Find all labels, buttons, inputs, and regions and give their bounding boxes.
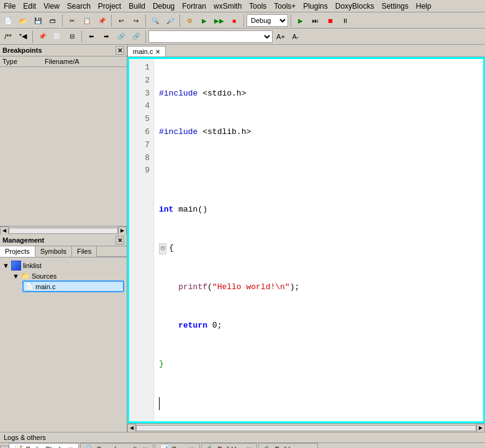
comment2-button[interactable]: *◀: [16, 30, 30, 43]
menu-project[interactable]: Project: [94, 1, 125, 11]
menu-fortran[interactable]: Fortran: [178, 1, 210, 11]
code-include-1: #include: [159, 87, 197, 101]
nav-forward[interactable]: ➡: [99, 30, 113, 43]
hscroll-track[interactable]: [9, 228, 118, 234]
tab-files[interactable]: Files: [72, 246, 97, 257]
build-button[interactable]: ⚙: [183, 14, 196, 27]
code-return-keyword: return: [178, 320, 207, 333]
management-close[interactable]: ✕: [116, 236, 124, 244]
code-line-6: printf("Hello world!\n");: [159, 281, 478, 294]
bottom-tab-cccc-label: Cccc: [171, 446, 186, 449]
menu-tools-plus[interactable]: Tools+: [270, 1, 299, 11]
menu-search[interactable]: Search: [63, 1, 94, 11]
bottom-tab-buildlog-close[interactable]: ✕: [247, 446, 252, 449]
bottom-tab-codeblocks-icon: 📝: [14, 445, 23, 448]
code-line-7: return 0;: [159, 320, 478, 333]
menu-file[interactable]: File: [0, 1, 19, 11]
menu-doxyblocks[interactable]: DoxyBlocks: [332, 1, 378, 11]
line-num-6: 6: [133, 126, 150, 139]
save-all-button[interactable]: 🗃: [46, 14, 60, 27]
menu-settings[interactable]: Settings: [378, 1, 412, 11]
redo-button[interactable]: ↪: [129, 14, 143, 27]
find-button[interactable]: 🔍: [148, 14, 162, 27]
editor-area: main.c ✕ 1 2 3 4 5 6 7 8 9 #include <std…: [127, 45, 485, 432]
bottom-tab-search[interactable]: 🔍 Search results ✕: [80, 443, 153, 448]
bottom-tab-buildlog[interactable]: 🔨 Build log ✕: [201, 443, 257, 448]
sep8: [81, 30, 82, 43]
tree-item-root[interactable]: ▼ linklist: [2, 260, 124, 271]
menu-view[interactable]: View: [40, 1, 63, 11]
cut-button[interactable]: ✂: [65, 14, 79, 27]
stop-button[interactable]: ■: [227, 14, 241, 27]
debug-step-button[interactable]: ⏭: [309, 14, 322, 27]
hscroll-left-btn[interactable]: ◀: [0, 226, 9, 235]
debug-break-button[interactable]: ⏸: [338, 14, 352, 27]
paste-button[interactable]: 📌: [95, 14, 109, 27]
code-line-9: [159, 397, 478, 410]
code-line-5: ⊟ {: [159, 242, 478, 255]
menu-edit[interactable]: Edit: [19, 1, 40, 11]
undo-button[interactable]: ↩: [114, 14, 128, 27]
left-hscroll[interactable]: ◀ ▶: [0, 226, 127, 235]
tree-item-sources[interactable]: ▼ 📁 Sources: [12, 271, 124, 280]
bottom-tab-cccc-close[interactable]: ✕: [189, 446, 194, 449]
jump-combo[interactable]: [148, 30, 273, 43]
menu-plugins[interactable]: Plugins: [299, 1, 331, 11]
debug-button[interactable]: ▶: [294, 14, 307, 27]
code-editor[interactable]: #include <stdio.h> #include <stdlib.h> i…: [154, 59, 483, 421]
nav-jump2[interactable]: 🔗: [129, 30, 143, 43]
breakpoints-close[interactable]: ✕: [116, 46, 124, 55]
bottom-tab-codeblocks[interactable]: 📝 Code::Blocks ✕: [9, 443, 79, 448]
open-button[interactable]: 📂: [16, 14, 30, 27]
project-icon: [11, 261, 21, 271]
bookmark-prev[interactable]: ⬜: [50, 30, 64, 43]
cursor: [159, 397, 165, 410]
menu-build[interactable]: Build: [125, 1, 149, 11]
line-num-2: 2: [133, 74, 150, 87]
build-run-button[interactable]: ▶▶: [212, 14, 226, 27]
font-increase[interactable]: A+: [274, 30, 288, 43]
tree-indent-mainc: 📄 main.c: [12, 280, 124, 292]
bottom-tab-codeblocks-close[interactable]: ✕: [68, 446, 73, 449]
fold-btn[interactable]: ⊟: [159, 243, 166, 254]
code-brace-close: }: [159, 358, 164, 371]
nav-jump[interactable]: 🔗: [114, 30, 128, 43]
new-button[interactable]: 📄: [1, 14, 15, 27]
line-num-1: 1: [133, 61, 150, 74]
bookmark-toggle[interactable]: 📌: [35, 30, 49, 43]
build-config-combo[interactable]: Debug Release: [247, 14, 288, 27]
tab-symbols[interactable]: Symbols: [35, 246, 72, 257]
bottom-tabs-nav-left[interactable]: ◀: [0, 446, 9, 448]
editor-tab-close-icon[interactable]: ✕: [155, 48, 160, 55]
replace-button[interactable]: 🔎: [163, 14, 177, 27]
run-button[interactable]: ▶: [197, 14, 211, 27]
bottom-panel: Logs & others ◀ 📝 Code::Blocks ✕ 🔍 Searc…: [0, 432, 485, 448]
editor-hscroll-track[interactable]: [136, 425, 476, 431]
debug-stop-button[interactable]: ⏹: [324, 14, 337, 27]
editor-content[interactable]: 1 2 3 4 5 6 7 8 9 #include <stdio.h> #in…: [127, 57, 485, 423]
menu-tools[interactable]: Tools: [245, 1, 270, 11]
copy-button[interactable]: 📋: [80, 14, 94, 27]
main-layout: Breakpoints ✕ Type Filename/A ◀ ▶: [0, 45, 485, 432]
nav-back[interactable]: ⬅: [84, 30, 98, 43]
tab-projects[interactable]: Projects: [0, 246, 35, 257]
bottom-tab-cccc[interactable]: 📊 Cccc ✕: [155, 443, 199, 448]
editor-hscroll[interactable]: ◀ ▶: [127, 423, 485, 432]
bottom-tab-buildmessa[interactable]: 🔨 Build messa: [258, 443, 318, 448]
font-decrease[interactable]: A-: [289, 30, 302, 43]
editor-hscroll-right[interactable]: ▶: [476, 424, 485, 432]
expand-icon-sources: ▼: [12, 272, 19, 280]
management-tabs: Projects Symbols Files: [0, 246, 127, 258]
hscroll-right-btn[interactable]: ▶: [118, 226, 127, 235]
editor-tab-mainc[interactable]: main.c ✕: [127, 46, 166, 56]
comment-button[interactable]: /**: [1, 30, 15, 43]
menu-help[interactable]: Help: [412, 1, 435, 11]
editor-hscroll-left[interactable]: ◀: [127, 424, 136, 432]
menu-debug[interactable]: Debug: [149, 1, 178, 11]
fold-toggle[interactable]: ⊟: [65, 30, 79, 43]
line-num-7: 7: [133, 139, 150, 152]
save-button[interactable]: 💾: [31, 14, 45, 27]
tree-item-mainc[interactable]: 📄 main.c: [22, 280, 124, 292]
bottom-tab-search-close[interactable]: ✕: [143, 446, 148, 449]
menu-wxsmith[interactable]: wxSmith: [210, 1, 245, 11]
